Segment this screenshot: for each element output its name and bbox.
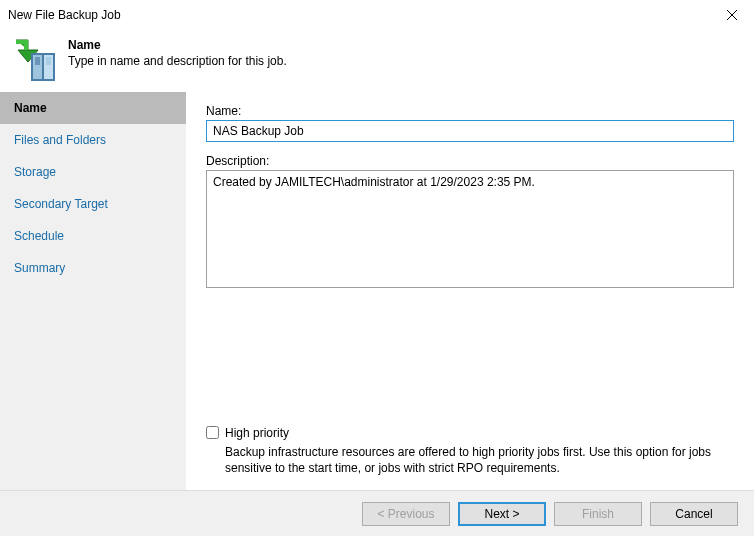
wizard-header-text: Name Type in name and description for th…	[68, 34, 287, 68]
cancel-button[interactable]: Cancel	[650, 502, 738, 526]
close-icon	[727, 10, 737, 20]
sidebar-item-secondary-target[interactable]: Secondary Target	[0, 188, 186, 220]
sidebar-item-summary[interactable]: Summary	[0, 252, 186, 284]
sidebar-item-files[interactable]: Files and Folders	[0, 124, 186, 156]
wizard-title: Name	[68, 38, 287, 52]
content-area: Name: Description: High priority Backup …	[186, 92, 754, 490]
priority-section: High priority Backup infrastructure reso…	[206, 426, 734, 480]
name-label: Name:	[206, 104, 734, 118]
main-content: Name Files and Folders Storage Secondary…	[0, 92, 754, 490]
sidebar-item-schedule[interactable]: Schedule	[0, 220, 186, 252]
previous-button: < Previous	[362, 502, 450, 526]
finish-button: Finish	[554, 502, 642, 526]
high-priority-description: Backup infrastructure resources are offe…	[225, 444, 734, 476]
window-title: New File Backup Job	[8, 8, 121, 22]
wizard-sidebar: Name Files and Folders Storage Secondary…	[0, 92, 186, 490]
description-input[interactable]	[206, 170, 734, 288]
titlebar: New File Backup Job	[0, 0, 754, 30]
svg-rect-3	[46, 57, 51, 65]
wizard-subtitle: Type in name and description for this jo…	[68, 54, 287, 68]
sidebar-item-name[interactable]: Name	[0, 92, 186, 124]
wizard-icon	[10, 34, 58, 82]
svg-rect-2	[35, 57, 40, 65]
close-button[interactable]	[710, 0, 754, 30]
description-field-group: Description:	[206, 154, 734, 291]
button-bar: < Previous Next > Finish Cancel	[0, 490, 754, 536]
wizard-header: Name Type in name and description for th…	[0, 30, 754, 92]
name-field-group: Name:	[206, 104, 734, 142]
next-button[interactable]: Next >	[458, 502, 546, 526]
description-label: Description:	[206, 154, 734, 168]
high-priority-label: High priority	[225, 426, 289, 440]
name-input[interactable]	[206, 120, 734, 142]
sidebar-item-storage[interactable]: Storage	[0, 156, 186, 188]
high-priority-checkbox[interactable]	[206, 426, 219, 439]
